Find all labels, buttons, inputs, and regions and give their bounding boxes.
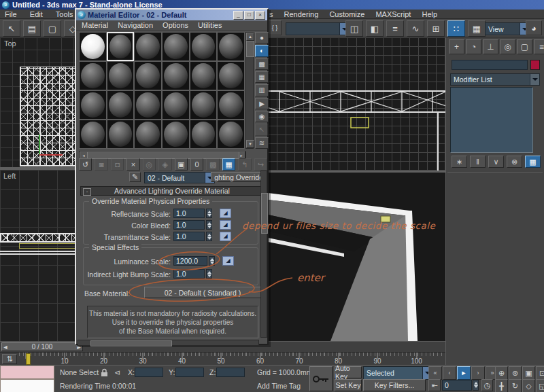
viewport-perspective[interactable] xyxy=(268,173,445,341)
time-configuration-icon[interactable]: ◷ xyxy=(481,379,493,391)
auto-key-button[interactable]: Auto Key xyxy=(335,366,362,378)
curve-editor-icon[interactable]: ∿ xyxy=(407,20,424,37)
rollout-collapse-icon[interactable]: - xyxy=(83,188,91,196)
sample-type-icon[interactable]: ● xyxy=(255,32,269,43)
menu-navigation[interactable]: Navigation xyxy=(118,21,153,29)
menu-utilities[interactable]: Utilities xyxy=(198,21,222,29)
show-map-in-viewport-icon[interactable]: ▩ xyxy=(206,158,219,171)
material-sample-slot[interactable] xyxy=(134,120,162,149)
min-max-toggle-icon[interactable]: ◱ xyxy=(536,379,544,392)
mirror-icon[interactable]: ◫ xyxy=(345,20,363,37)
play-animation-icon[interactable]: ► xyxy=(457,366,471,380)
make-material-copy-icon[interactable]: ◎ xyxy=(143,158,156,171)
quick-render-icon[interactable]: ◕ xyxy=(526,20,542,35)
frame-back-arrow-icon[interactable]: ◄ xyxy=(2,344,9,351)
key-filters-button[interactable]: Key Filters... xyxy=(363,379,426,391)
menu-rendering[interactable]: Rendering xyxy=(284,10,319,18)
menu-maxscript[interactable]: MAXScript xyxy=(375,10,411,18)
modifier-stack-list[interactable] xyxy=(450,87,533,153)
tab-hierarchy-icon[interactable]: ⊥ xyxy=(483,39,498,54)
field-of-view-icon[interactable]: ◇ xyxy=(522,379,535,392)
sample-horizontal-scrollbar[interactable]: ◂ ▸ xyxy=(79,151,246,158)
select-by-material-icon[interactable]: ↖ xyxy=(255,124,269,135)
z-coordinate-field[interactable] xyxy=(216,368,245,377)
restore-button[interactable]: □ xyxy=(244,11,254,20)
make-preview-icon[interactable]: ▶ xyxy=(255,98,269,109)
material-sample-slot[interactable] xyxy=(79,90,107,120)
open-mini-curve-editor-icon[interactable]: ⇅ xyxy=(2,354,17,364)
reflectance-map-button[interactable]: ◢ xyxy=(220,209,231,218)
make-unique-stack-icon[interactable]: ∨ xyxy=(488,156,504,168)
material-sample-slot[interactable] xyxy=(107,61,135,90)
dropdown-arrow-icon[interactable] xyxy=(530,74,539,85)
material-id-channel-icon[interactable]: 0 xyxy=(190,158,203,171)
assign-material-to-selection-icon[interactable]: ◘ xyxy=(111,158,124,171)
material-sample-slot[interactable] xyxy=(162,90,190,120)
tab-modify-icon[interactable]: ◔ xyxy=(466,39,481,54)
current-frame-field[interactable]: 0 xyxy=(442,380,472,391)
color-bleed-map-button[interactable]: ◢ xyxy=(220,220,231,230)
background-icon[interactable]: ▩ xyxy=(255,58,269,70)
indirect-bump-spinner[interactable] xyxy=(206,269,212,279)
indirect-bump-field[interactable]: 1.0 xyxy=(173,269,205,279)
put-to-library-icon[interactable]: ▣ xyxy=(175,158,188,171)
material-sample-slot[interactable] xyxy=(190,90,218,120)
set-key-button[interactable]: Set Key xyxy=(335,379,362,391)
object-name-field[interactable] xyxy=(452,60,528,70)
configure-modifier-sets-icon[interactable]: ▦ xyxy=(525,156,541,168)
sample-uv-tiling-icon[interactable]: ▦ xyxy=(255,71,269,83)
menu-edit[interactable]: Edit xyxy=(30,10,43,18)
go-forward-to-sibling-icon[interactable]: ↪ xyxy=(254,158,267,171)
sample-vertical-scrollbar[interactable]: ▲ ▼ xyxy=(245,32,254,149)
arc-rotate-icon[interactable]: ↻ xyxy=(509,379,522,392)
menu-tools[interactable]: Tools xyxy=(56,10,73,18)
material-name-dropdown[interactable]: 02 - Default xyxy=(144,172,215,183)
modifier-list-dropdown[interactable]: Modifier List xyxy=(450,73,540,86)
transmittance-field[interactable]: 1.0 xyxy=(173,232,205,241)
zoom-icon[interactable]: ⊕ xyxy=(495,366,508,380)
go-to-parent-icon[interactable]: ↰ xyxy=(238,158,251,171)
selection-set-keys-dropdown[interactable]: Selected xyxy=(363,366,432,380)
luminance-spinner[interactable] xyxy=(209,256,215,266)
key-mode-toggle-icon[interactable]: ⇤ xyxy=(428,379,441,391)
material-sample-slot[interactable] xyxy=(190,120,218,149)
material-type-button[interactable]: ghting Override xyxy=(211,172,265,182)
material-sample-slot[interactable] xyxy=(79,32,107,61)
selection-lock-icon[interactable] xyxy=(101,368,108,377)
toggle-set-key-mode-button[interactable] xyxy=(309,366,333,391)
y-coordinate-field[interactable] xyxy=(175,368,204,377)
material-sample-slot[interactable] xyxy=(217,32,245,61)
maxscript-mini-listener-pink[interactable] xyxy=(0,366,54,379)
tab-utilities-icon[interactable]: ≡ xyxy=(534,39,544,54)
show-end-result-stack-icon[interactable]: ‖ xyxy=(470,156,486,168)
material-sample-slot[interactable] xyxy=(134,32,162,61)
close-button[interactable]: × xyxy=(255,11,265,20)
material-editor-icon[interactable]: ∷ xyxy=(447,20,465,37)
menu-help[interactable]: Help xyxy=(422,10,437,18)
menu-material[interactable]: Material xyxy=(82,21,108,29)
reflectance-field[interactable]: 1.0 xyxy=(173,209,205,218)
zoom-all-icon[interactable]: ⊛ xyxy=(509,366,522,380)
select-by-name-icon[interactable]: ▤ xyxy=(23,20,41,37)
current-frame-marker[interactable] xyxy=(26,353,31,365)
named-selection-sets-dropdown[interactable] xyxy=(286,22,350,35)
material-map-navigator-icon[interactable]: ≋ xyxy=(255,137,269,149)
render-scene-icon[interactable]: ▦ xyxy=(468,20,486,37)
menu-options[interactable]: Options xyxy=(163,21,188,29)
material-editor-options-icon[interactable]: ◉ xyxy=(255,111,269,122)
frame-spinner[interactable] xyxy=(473,380,479,391)
make-unique-icon[interactable]: ◈ xyxy=(158,158,171,171)
transmittance-spinner[interactable] xyxy=(206,232,212,241)
material-sample-slot[interactable] xyxy=(217,90,245,120)
previous-frame-icon[interactable]: ‹ xyxy=(443,366,456,380)
luminance-map-button[interactable]: ◢ xyxy=(222,256,234,266)
pick-material-eyedropper-icon[interactable]: ✎ xyxy=(129,172,141,182)
viewport-front[interactable] xyxy=(268,37,445,171)
material-sample-slot[interactable] xyxy=(134,61,162,90)
base-material-button[interactable]: 02 - Default ( Standard ) xyxy=(144,287,261,298)
tab-create-icon[interactable]: + xyxy=(449,39,464,54)
material-sample-slot[interactable] xyxy=(107,120,135,149)
rollout-header[interactable]: - Advanced Lighting Override Material xyxy=(80,186,264,196)
material-sample-slot[interactable] xyxy=(79,61,107,90)
backlight-icon[interactable]: ◐ xyxy=(255,45,269,56)
